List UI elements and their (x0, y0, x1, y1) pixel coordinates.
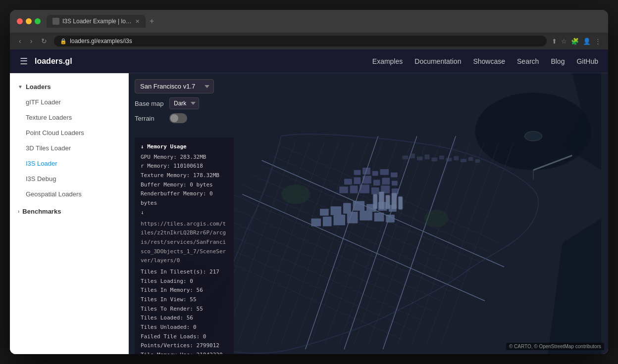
share-icon[interactable]: ⬆ (552, 38, 557, 45)
sidebar-item-texture[interactable]: Texture Loaders (10, 110, 128, 125)
map-area: San Francisco v1.7 Base map Dark Terrain (129, 73, 608, 354)
sidebar-section-loaders-label: Loaders (26, 83, 51, 91)
svg-rect-32 (372, 171, 378, 176)
svg-rect-82 (475, 159, 480, 163)
terrain-row: Terrain (135, 113, 214, 123)
svg-rect-59 (374, 213, 384, 222)
browser-tab[interactable]: I3S Loader Example | loaders.g... ✕ (47, 15, 146, 28)
main-content: ▼ Loaders gITF Loader Texture Loaders Po… (10, 73, 608, 354)
terrain-toggle[interactable] (169, 113, 187, 123)
menu-icon[interactable]: ⋮ (595, 38, 601, 45)
svg-rect-71 (399, 197, 403, 209)
bookmark-icon[interactable]: ☆ (561, 38, 567, 45)
hamburger-icon[interactable]: ☰ (20, 56, 28, 67)
svg-rect-81 (468, 157, 473, 161)
sidebar-item-i3sdebug[interactable]: I3S Debug (10, 171, 128, 186)
sidebar-item-gltf[interactable]: gITF Loader (10, 94, 128, 110)
controls-panel: San Francisco v1.7 Base map Dark Terrain (135, 79, 214, 123)
sidebar-section-benchmarks: › Benchmarks (10, 204, 128, 219)
svg-rect-68 (379, 192, 384, 209)
svg-rect-55 (323, 217, 332, 227)
tab-close-button[interactable]: ✕ (135, 18, 140, 25)
svg-rect-69 (386, 195, 390, 209)
sidebar-item-i3s[interactable]: I3S Loader (10, 156, 128, 171)
close-button[interactable] (17, 18, 23, 24)
svg-rect-58 (360, 211, 372, 221)
sidebar-item-geospatial[interactable]: Geospatial Loaders (10, 186, 128, 202)
svg-rect-30 (354, 170, 361, 175)
svg-rect-41 (339, 186, 348, 193)
tile-url: https://tiles.arcgis.com/tiles/z2tnIkrLQ… (141, 220, 228, 266)
sidebar-section-benchmarks-label: Benchmarks (22, 208, 61, 215)
maximize-button[interactable] (35, 18, 41, 24)
gpu-memory-stat: GPU Memory: 283.32MB (141, 153, 228, 162)
nav-documentation[interactable]: Documentation (414, 57, 461, 65)
texture-memory-stat: Texture Memory: 178.32MB (141, 171, 228, 181)
svg-rect-44 (371, 187, 379, 194)
sidebar-item-3dtiles[interactable]: 3D Tiles Loader (10, 140, 128, 156)
r-memory-stat: r Memory: 110100618 (141, 162, 228, 171)
title-bar: I3S Loader Example | loaders.g... ✕ + (10, 10, 608, 33)
site-logo: loaders.gl (35, 57, 372, 66)
basemap-select[interactable]: Dark (169, 97, 199, 109)
svg-rect-39 (382, 178, 390, 185)
app-container: ☰ loaders.gl Examples Documentation Show… (10, 49, 608, 354)
tiles-to-render-stat: Tiles To Render: 55 (141, 305, 228, 314)
svg-rect-72 (403, 155, 409, 159)
lock-icon: 🔒 (60, 38, 67, 45)
browser-chrome: I3S Loader Example | loaders.g... ✕ + ‹ … (10, 10, 608, 49)
nav-showcase[interactable]: Showcase (473, 57, 505, 65)
svg-rect-56 (333, 215, 345, 226)
svg-point-66 (524, 132, 542, 141)
address-box[interactable]: 🔒 loaders.gl/examples/i3s (54, 36, 547, 46)
tabs-bar: I3S Loader Example | loaders.g... ✕ + (47, 15, 601, 28)
tiles-loading-stat: Tiles Loading: 0 (141, 277, 228, 286)
sidebar-section-benchmarks-header[interactable]: › Benchmarks (10, 204, 128, 219)
svg-rect-42 (350, 185, 358, 193)
tiles-in-memory-stat: Tiles In Memory: 56 (141, 286, 228, 295)
stats-panel: ↓ Memory Usage GPU Memory: 283.32MB r Me… (135, 137, 234, 354)
svg-rect-38 (373, 180, 380, 185)
renderbuffer-memory-stat: Renderbuffer Memory: 0 bytes (141, 189, 228, 208)
back-button[interactable]: ‹ (17, 36, 23, 46)
svg-rect-67 (373, 194, 377, 209)
url-arrow: ↓ (141, 208, 228, 218)
buffer-memory-stat: Buffer Memory: 0 bytes (141, 181, 228, 190)
new-tab-button[interactable]: + (146, 17, 158, 26)
svg-rect-73 (410, 154, 415, 159)
failed-tile-loads-stat: Failed Tile Loads: 0 (141, 332, 228, 342)
chevron-right-icon: › (18, 209, 19, 214)
svg-rect-78 (446, 158, 452, 161)
stats-header: ↓ Memory Usage (141, 142, 228, 152)
tiles-in-tileset-stat: Tiles In Tileset(s): 217 (141, 268, 228, 277)
svg-rect-76 (431, 157, 437, 161)
minimize-button[interactable] (26, 18, 32, 24)
chevron-down-icon: ▼ (18, 84, 23, 90)
top-nav: ☰ loaders.gl Examples Documentation Show… (10, 49, 608, 73)
traffic-lights (17, 18, 41, 24)
svg-point-84 (424, 210, 449, 227)
nav-blog[interactable]: Blog (551, 57, 565, 65)
nav-search[interactable]: Search (517, 57, 539, 65)
sidebar-section-loaders-header[interactable]: ▼ Loaders (10, 79, 128, 94)
url-display: loaders.gl/examples/i3s (70, 38, 541, 45)
nav-examples[interactable]: Examples (372, 57, 403, 65)
tile-memory-use-stat: Tile Memory Use: 21042330 (141, 351, 228, 354)
nav-github[interactable]: GitHub (576, 57, 598, 65)
forward-button[interactable]: › (28, 36, 35, 46)
address-bar: ‹ › ↻ 🔒 loaders.gl/examples/i3s ⬆ ☆ 🧩 👤 … (10, 33, 608, 49)
profile-icon[interactable]: 👤 (583, 38, 591, 45)
svg-rect-48 (331, 206, 342, 215)
browser-actions: ⬆ ☆ 🧩 👤 ⋮ (552, 38, 601, 45)
reload-button[interactable]: ↻ (39, 36, 49, 46)
svg-rect-33 (380, 169, 389, 175)
svg-point-83 (281, 184, 310, 204)
sidebar-section-loaders: ▼ Loaders gITF Loader Texture Loaders Po… (10, 79, 128, 202)
svg-rect-77 (439, 155, 444, 159)
basemap-label: Base map (135, 100, 164, 107)
sidebar-item-pointcloud[interactable]: Point Cloud Loaders (10, 125, 128, 140)
dataset-select[interactable]: San Francisco v1.7 (135, 79, 214, 93)
svg-rect-34 (391, 173, 398, 178)
browser-window: I3S Loader Example | loaders.g... ✕ + ‹ … (10, 10, 608, 354)
extension-icon[interactable]: 🧩 (571, 38, 579, 45)
